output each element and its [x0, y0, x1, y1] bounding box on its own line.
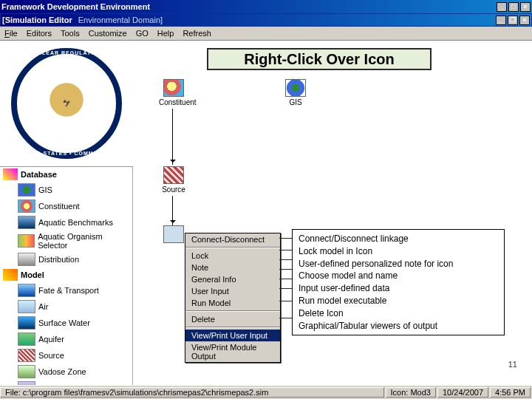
aquifer-icon — [18, 332, 35, 346]
status-bar: File: c:\program files\framesv2\simulati… — [0, 385, 532, 399]
nrc-seal-icon: NUCLEAR REGULATORY 🦅 UNITED STATES • COM… — [11, 48, 122, 159]
canvas-node-gis[interactable]: GIS — [281, 79, 310, 106]
status-icon: Icon: Mod3 — [386, 387, 436, 398]
callout-title: Right-Click Over Icon — [207, 48, 432, 70]
model-icon — [3, 269, 18, 281]
connector-line — [279, 238, 292, 239]
child-minimize-button[interactable]: _ — [496, 16, 506, 25]
menu-tools[interactable]: Tools — [56, 28, 84, 38]
vadose-icon — [18, 365, 35, 378]
inner-title-bar: [Simulation Editor Environmental Domain]… — [1, 14, 531, 26]
child-close-button[interactable]: × — [519, 16, 530, 25]
overland-icon — [18, 381, 35, 385]
connector-line — [279, 279, 292, 279]
status-date: 10/24/2007 — [437, 387, 488, 398]
ctx-note[interactable]: Note — [185, 262, 280, 273]
tree-item-distribution[interactable]: Distribution — [0, 251, 132, 267]
gis-node-icon — [285, 79, 306, 97]
tree-item-constituent[interactable]: Constituent — [0, 198, 132, 214]
canvas-node-source[interactable]: Source — [159, 166, 188, 194]
canvas-node-aquatic[interactable] — [159, 225, 188, 245]
menu-help[interactable]: Help — [153, 28, 179, 38]
connector-line — [279, 301, 292, 301]
status-file: File: c:\program files\framesv2\simulati… — [0, 387, 384, 398]
seal-panel: NUCLEAR REGULATORY 🦅 UNITED STATES • COM… — [0, 41, 133, 167]
close-button[interactable]: × — [520, 2, 531, 12]
module-tree[interactable]: Database GIS Constituent Aquatic Benchma… — [0, 167, 133, 385]
source-icon — [18, 349, 35, 362]
inner-subtitle: Environmental Domain] — [78, 16, 163, 24]
tree-item-overland[interactable]: Overland Flow — [0, 380, 132, 385]
constituent-icon — [18, 200, 35, 213]
simulation-canvas[interactable]: Right-Click Over Icon Constituent GIS So… — [133, 41, 532, 385]
ctx-separator — [185, 310, 280, 312]
fate-icon — [18, 284, 35, 297]
link-arrow — [172, 109, 173, 165]
aquatic-node-icon — [163, 225, 184, 243]
connector-line — [279, 250, 292, 250]
gis-icon — [18, 183, 35, 197]
distribution-icon — [18, 253, 35, 266]
tree-item-gis[interactable]: GIS — [0, 182, 132, 198]
connector-line — [279, 318, 292, 318]
ctx-delete[interactable]: Delete — [185, 313, 280, 325]
database-icon — [3, 168, 18, 180]
selector-icon — [18, 234, 35, 248]
ctx-separator — [185, 247, 280, 248]
slide-number: 11 — [508, 360, 517, 369]
connector-line — [279, 269, 292, 270]
air-icon — [18, 300, 35, 313]
menu-customize[interactable]: Customize — [84, 28, 132, 38]
link-arrow — [172, 196, 173, 225]
tree-root-database[interactable]: Database — [0, 167, 132, 182]
ctx-view-module-output[interactable]: View/Print Module Output — [185, 341, 280, 362]
aquatic-icon — [18, 216, 35, 229]
tree-item-aquatic-selector[interactable]: Aquatic Organism Selector — [0, 231, 132, 251]
tree-item-vadose[interactable]: Vadose Zone — [0, 364, 132, 380]
ctx-user-input[interactable]: User Input — [185, 285, 280, 297]
tree-root-model[interactable]: Model — [0, 267, 132, 282]
minimize-button[interactable]: _ — [497, 2, 507, 12]
status-time: 4:56 PM — [490, 387, 531, 398]
menu-file[interactable]: File — [0, 28, 22, 38]
tree-item-air[interactable]: Air — [0, 299, 132, 315]
app-title: Framework Development Environment — [1, 2, 497, 11]
connector-line — [279, 259, 292, 260]
menu-editors[interactable]: Editors — [22, 28, 56, 38]
ctx-connect[interactable]: Connect-Disconnect — [185, 233, 280, 245]
connector-line — [279, 288, 292, 289]
maximize-button[interactable]: □ — [508, 2, 519, 12]
surfacewater-icon — [18, 316, 35, 330]
inner-title: [Simulation Editor — [2, 16, 72, 24]
tree-item-fate-transport[interactable]: Fate & Transport — [0, 282, 132, 299]
tree-item-aquatic-benchmarks[interactable]: Aquatic Benchmarks — [0, 214, 132, 231]
tree-item-surface-water[interactable]: Surface Water — [0, 315, 132, 331]
outer-title-bar: Framework Development Environment _ □ × — [0, 0, 532, 13]
tree-item-aquifer[interactable]: Aquifer — [0, 331, 132, 347]
ctx-lock[interactable]: Lock — [185, 250, 280, 262]
menu-bar: File Editors Tools Customize GO Help Ref… — [0, 27, 532, 41]
menu-refresh[interactable]: Refresh — [178, 28, 216, 38]
menu-go[interactable]: GO — [132, 28, 153, 38]
context-menu: Connect-Disconnect Lock Note General Inf… — [185, 233, 281, 363]
source-node-icon — [163, 166, 184, 184]
canvas-node-constituent[interactable]: Constituent — [159, 79, 188, 106]
ctx-separator — [185, 327, 280, 328]
tree-item-source[interactable]: Source — [0, 347, 132, 364]
explanation-box: Connect/Disconnect linkage Lock model in… — [292, 229, 505, 335]
child-restore-button[interactable]: ❐ — [508, 16, 518, 25]
ctx-general-info[interactable]: General Info — [185, 273, 280, 285]
constituent-node-icon — [163, 79, 184, 97]
ctx-view-user-input[interactable]: View/Print User Input — [185, 330, 280, 341]
ctx-run-model[interactable]: Run Model — [185, 297, 280, 309]
